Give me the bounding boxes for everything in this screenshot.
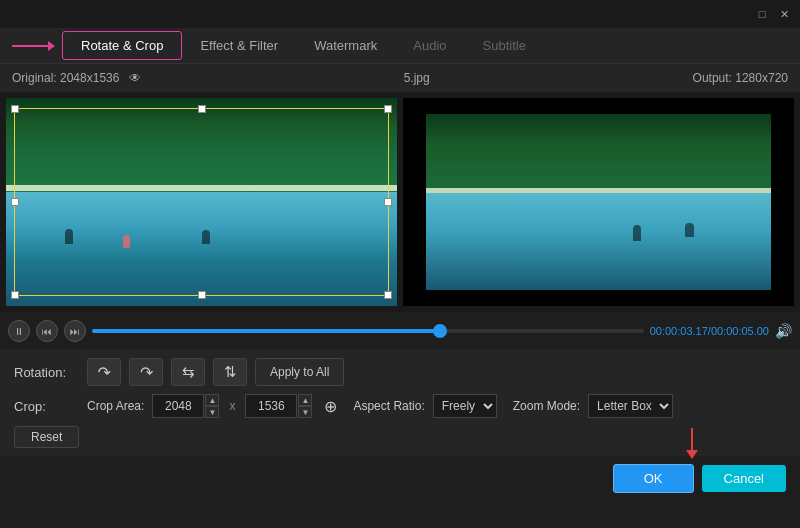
dimension-separator: x bbox=[227, 399, 237, 413]
height-increment-button[interactable]: ▲ bbox=[298, 394, 312, 406]
crop-label: Crop: bbox=[14, 399, 79, 414]
seek-fill bbox=[92, 329, 440, 333]
reset-row: Reset bbox=[14, 426, 786, 448]
filename: 5.jpg bbox=[141, 71, 693, 85]
tabs-bar: Rotate & Crop Effect & Filter Watermark … bbox=[0, 28, 800, 64]
apply-to-all-button[interactable]: Apply to All bbox=[255, 358, 344, 386]
minimize-button[interactable]: □ bbox=[754, 6, 770, 22]
person-silhouette bbox=[685, 223, 694, 237]
tab-subtitle[interactable]: Subtitle bbox=[465, 32, 544, 59]
original-text: Original: 2048x1536 bbox=[12, 71, 119, 85]
tab-effect-filter[interactable]: Effect & Filter bbox=[182, 32, 296, 59]
next-button[interactable]: ⏭ bbox=[64, 320, 86, 342]
output-preview bbox=[403, 98, 794, 306]
bottom-bar: OK Cancel bbox=[0, 456, 800, 501]
rotate-left-button[interactable]: ↶ bbox=[87, 358, 121, 386]
pause-button[interactable]: ⏸ bbox=[8, 320, 30, 342]
seek-thumb[interactable] bbox=[433, 324, 447, 338]
rotation-label: Rotation: bbox=[14, 365, 79, 380]
crop-resize-icon: ⊕ bbox=[324, 397, 337, 416]
crop-handle-middle-right[interactable] bbox=[384, 198, 392, 206]
cancel-button[interactable]: Cancel bbox=[702, 465, 786, 492]
original-resolution: Original: 2048x1536 👁 bbox=[12, 71, 141, 85]
crop-box[interactable] bbox=[14, 108, 389, 296]
crop-handle-top-center[interactable] bbox=[198, 105, 206, 113]
close-button[interactable]: ✕ bbox=[776, 6, 792, 22]
total-time: 00:00:05.00 bbox=[711, 325, 769, 337]
crop-width-input[interactable] bbox=[152, 394, 204, 418]
time-display: 00:00:03.17/00:00:05.00 bbox=[650, 325, 769, 337]
crop-row: Crop: Crop Area: ▲ ▼ x ▲ ▼ ⊕ Aspect Rati… bbox=[14, 394, 786, 418]
width-increment-button[interactable]: ▲ bbox=[205, 394, 219, 406]
crop-handle-top-left[interactable] bbox=[11, 105, 19, 113]
tab-rotate-crop[interactable]: Rotate & Crop bbox=[62, 31, 182, 60]
rotate-right-button[interactable]: ↷ bbox=[129, 358, 163, 386]
ok-arrow-indicator bbox=[686, 428, 698, 459]
arrow-shaft bbox=[691, 428, 693, 450]
aspect-ratio-label: Aspect Ratio: bbox=[353, 399, 424, 413]
width-decrement-button[interactable]: ▼ bbox=[205, 406, 219, 418]
seek-track[interactable] bbox=[92, 329, 644, 333]
output-image bbox=[426, 114, 770, 291]
crop-handle-middle-left[interactable] bbox=[11, 198, 19, 206]
crop-width-input-wrap: ▲ ▼ bbox=[152, 394, 219, 418]
right-preview bbox=[403, 98, 794, 306]
person-silhouette bbox=[633, 225, 641, 241]
zoom-mode-label: Zoom Mode: bbox=[513, 399, 580, 413]
reset-button[interactable]: Reset bbox=[14, 426, 79, 448]
arrow-point bbox=[686, 450, 698, 459]
crop-handle-bottom-center[interactable] bbox=[198, 291, 206, 299]
height-spinners: ▲ ▼ bbox=[298, 394, 312, 418]
rotation-row: Rotation: ↶ ↷ ⇆ ⇅ Apply to All bbox=[14, 358, 786, 386]
ok-button[interactable]: OK bbox=[613, 464, 694, 493]
flip-vertical-button[interactable]: ⇅ bbox=[213, 358, 247, 386]
crop-handle-bottom-left[interactable] bbox=[11, 291, 19, 299]
height-decrement-button[interactable]: ▼ bbox=[298, 406, 312, 418]
output-trees bbox=[426, 114, 770, 194]
flip-horizontal-button[interactable]: ⇆ bbox=[171, 358, 205, 386]
aspect-ratio-select[interactable]: Freely bbox=[433, 394, 497, 418]
tab-watermark[interactable]: Watermark bbox=[296, 32, 395, 59]
arrow-line bbox=[12, 45, 48, 47]
controls-area: Rotation: ↶ ↷ ⇆ ⇅ Apply to All Crop: Cro… bbox=[0, 350, 800, 456]
width-spinners: ▲ ▼ bbox=[205, 394, 219, 418]
volume-icon[interactable]: 🔊 bbox=[775, 323, 792, 339]
preview-area bbox=[0, 92, 800, 312]
title-bar: □ ✕ bbox=[0, 0, 800, 28]
prev-button[interactable]: ⏮ bbox=[36, 320, 58, 342]
current-time: 00:00:03.17 bbox=[650, 325, 708, 337]
output-resolution: Output: 1280x720 bbox=[693, 71, 788, 85]
eye-icon[interactable]: 👁 bbox=[129, 71, 141, 85]
left-preview bbox=[6, 98, 397, 306]
crop-handle-top-right[interactable] bbox=[384, 105, 392, 113]
output-pool-edge bbox=[426, 188, 770, 193]
seek-bar-area: ⏸ ⏮ ⏭ 00:00:03.17/00:00:05.00 🔊 bbox=[0, 312, 800, 350]
tab-audio[interactable]: Audio bbox=[395, 32, 464, 59]
crop-height-input-wrap: ▲ ▼ bbox=[245, 394, 312, 418]
arrow-head bbox=[48, 41, 55, 51]
tab-arrow-indicator bbox=[12, 41, 55, 51]
output-water bbox=[426, 193, 770, 290]
crop-height-input[interactable] bbox=[245, 394, 297, 418]
crop-area-label: Crop Area: bbox=[87, 399, 144, 413]
crop-handle-bottom-right[interactable] bbox=[384, 291, 392, 299]
zoom-mode-select[interactable]: Letter Box bbox=[588, 394, 673, 418]
info-bar: Original: 2048x1536 👁 5.jpg Output: 1280… bbox=[0, 64, 800, 92]
